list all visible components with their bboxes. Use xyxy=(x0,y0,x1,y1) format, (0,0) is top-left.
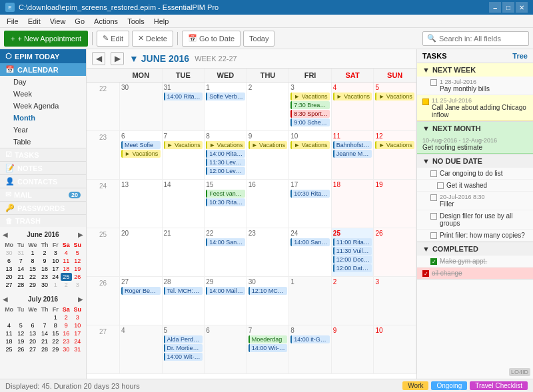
edit-button[interactable]: ✎ Edit xyxy=(97,31,129,47)
cal-event[interactable]: 14:00 Wit-Gele K xyxy=(249,344,288,352)
mini-cal-day[interactable] xyxy=(15,313,26,321)
mini-cal-day[interactable]: 22 xyxy=(26,273,39,281)
mini-cal-day[interactable]: 11 xyxy=(3,329,15,337)
mini-cal-day[interactable]: 6 xyxy=(3,257,15,265)
mini-cal-day[interactable]: 12 xyxy=(72,257,83,265)
mini-cal-day[interactable]: 29 xyxy=(26,281,39,289)
mini-cal-day[interactable]: 7 xyxy=(15,257,26,265)
sidebar-mail-header[interactable]: ✉ MAIL 20 xyxy=(0,188,86,201)
cal-day-jul10[interactable]: 10 xyxy=(374,325,416,373)
mini-cal-day[interactable]: 21 xyxy=(15,273,26,281)
mini-cal-day[interactable]: 9 xyxy=(39,257,51,265)
mini-cal-day[interactable]: 1 xyxy=(50,281,60,289)
cal-event[interactable]: Dr. Mortier: vm xyxy=(164,344,203,352)
mini-cal-day[interactable]: 31 xyxy=(72,345,83,353)
mini-cal-day[interactable]: 8 xyxy=(26,257,39,265)
cal-day-jun17[interactable]: 17 10:30 Rita: boods xyxy=(289,180,332,228)
cal-day-jun16[interactable]: 16 xyxy=(247,180,290,228)
task-checkbox[interactable] xyxy=(430,194,437,201)
cal-day-jul4[interactable]: 4 xyxy=(120,325,163,373)
cal-event[interactable]: Meet Sofie xyxy=(121,141,161,149)
mini-cal-day[interactable]: 9 xyxy=(61,321,72,329)
mini-cal-day[interactable]: 28 xyxy=(15,281,26,289)
cal-day-may31[interactable]: 31 14:00 Rita: mail b xyxy=(163,83,205,130)
cal-next-btn[interactable]: ▶ xyxy=(111,52,124,65)
cal-day-jun28[interactable]: 28 Tel. MCH: RDV R xyxy=(163,277,205,325)
tasks-next-week-header[interactable]: ▼ NEXT WEEK xyxy=(417,63,533,77)
search-input[interactable] xyxy=(439,35,519,43)
close-btn[interactable]: ✕ xyxy=(516,2,528,13)
cal-event[interactable]: Moederdag xyxy=(249,335,288,343)
cal-day-jun10[interactable]: 10 ► Vacations xyxy=(289,131,332,179)
mini-cal-day[interactable]: 16 xyxy=(39,265,51,273)
go-to-date-button[interactable]: 📅 Go to Date xyxy=(182,31,241,47)
task-checkbox[interactable] xyxy=(430,213,437,220)
mini-cal-day[interactable]: 13 xyxy=(3,265,15,273)
mini-cal-day[interactable]: 23 xyxy=(61,337,72,345)
cal-event[interactable]: Feest van de Arb xyxy=(206,190,245,198)
mini-cal-day[interactable]: 15 xyxy=(26,265,39,273)
cal-event[interactable]: 14:00 Wit-Gele K xyxy=(164,353,203,361)
cal-event[interactable]: 9:00 Scheduled a xyxy=(290,118,330,126)
cal-event[interactable]: Sofie Verbiest (1 xyxy=(206,93,245,100)
tasks-next-month-header[interactable]: ▼ NEXT MONTH xyxy=(417,122,533,135)
mini-cal-day[interactable]: 23 xyxy=(39,273,51,281)
cal-event[interactable]: 12:00 Docs witsw xyxy=(333,256,372,264)
mini-cal-day[interactable]: 1 xyxy=(26,249,39,257)
mini-cal-day[interactable]: 22 xyxy=(50,337,60,345)
cal-event[interactable]: Tel. MCH: RDV R xyxy=(164,287,203,295)
cal-day-jun11[interactable]: 11 Bahnhofstrasse Jeanne Mouillaro xyxy=(332,131,374,179)
cal-day-jun29[interactable]: 29 14:00 Mail Rita b xyxy=(205,277,247,325)
mini-cal-today[interactable]: 25 xyxy=(61,273,72,281)
cal-event-vacations[interactable]: ► Vacations xyxy=(121,150,161,158)
mini-cal-day[interactable]: 16 xyxy=(61,329,72,337)
task-checkbox-checked[interactable]: ✓ xyxy=(430,258,437,265)
cal-event[interactable]: 7:30 Breakfast xyxy=(290,101,330,109)
tasks-completed-header[interactable]: ▼ COMPLETED xyxy=(417,242,533,256)
cal-day-jun2[interactable]: 2 xyxy=(247,83,290,130)
mini-cal-day[interactable]: 19 xyxy=(72,265,83,273)
cal-day-jun13[interactable]: 13 xyxy=(120,180,163,228)
mini-cal-day[interactable]: 14 xyxy=(15,265,26,273)
cal-event-vacations[interactable]: ► Vacations xyxy=(375,141,414,149)
task-checkbox-checked[interactable]: ✓ xyxy=(422,270,429,277)
cal-event-vacations[interactable]: ► Vacations xyxy=(290,141,330,149)
cal-event[interactable]: 14:00 Santana: op xyxy=(206,238,245,246)
sidebar-contacts-header[interactable]: 👤 CONTACTS xyxy=(0,174,86,188)
cal-event-vacations[interactable]: ► Vacations xyxy=(249,141,288,149)
menu-edit[interactable]: Edit xyxy=(24,16,45,27)
sidebar-notes-header[interactable]: 📝 NOTES xyxy=(0,161,86,174)
cal-event[interactable]: 14:00 Rita: mail b xyxy=(164,93,203,100)
mini-cal-day[interactable]: 7 xyxy=(39,321,51,329)
sidebar-item-day[interactable]: Day xyxy=(0,76,86,88)
cal-event[interactable]: 11:30 Vuilzakken xyxy=(333,247,372,255)
sidebar-item-week[interactable]: Week xyxy=(0,88,86,100)
cal-event[interactable]: 14:00 Mail Rita b xyxy=(206,287,245,295)
tag-travel-checklist[interactable]: Travel Checklist xyxy=(470,381,528,390)
sidebar-trash-header[interactable]: 🗑 TRASH xyxy=(0,214,86,227)
sidebar-tasks-header[interactable]: ☑ TASKS xyxy=(0,148,86,161)
sidebar-passwords-header[interactable]: 🔑 PASSWORDS xyxy=(0,201,86,214)
cal-day-jun19[interactable]: 19 xyxy=(374,180,416,228)
cal-day-jul2[interactable]: 2 xyxy=(332,277,374,325)
mini-cal-day[interactable]: 30 xyxy=(61,345,72,353)
cal-day-jul7[interactable]: 7 Moederdag 14:00 Wit-Gele K xyxy=(247,325,290,373)
mini-cal-next[interactable]: ▶ xyxy=(78,231,83,238)
mini-cal-day[interactable] xyxy=(26,313,39,321)
sidebar-item-week-agenda[interactable]: Week Agenda xyxy=(0,100,86,112)
mini-cal-july-prev[interactable]: ◀ xyxy=(3,295,8,303)
delete-button[interactable]: ✕ Delete xyxy=(132,31,173,47)
cal-day-jun18[interactable]: 18 xyxy=(332,180,374,228)
sidebar-calendar-header[interactable]: 📅 CALENDAR xyxy=(0,63,86,76)
cal-event[interactable]: 11:00 Rita: boods xyxy=(333,238,372,246)
mini-cal-day[interactable]: 17 xyxy=(50,265,60,273)
mini-cal-day[interactable]: 10 xyxy=(50,257,60,265)
mini-cal-day[interactable]: 30 xyxy=(3,249,15,257)
mini-cal-day[interactable] xyxy=(39,313,51,321)
mini-cal-day[interactable]: 2 xyxy=(61,281,72,289)
cal-event[interactable]: Jeanne Mouillaro xyxy=(333,150,372,158)
mini-cal-day[interactable]: 3 xyxy=(72,313,83,321)
mini-cal-day[interactable]: 2 xyxy=(61,313,72,321)
mini-cal-day[interactable]: 4 xyxy=(61,249,72,257)
cal-day-jun7[interactable]: 7 ► Vacations xyxy=(163,131,205,179)
